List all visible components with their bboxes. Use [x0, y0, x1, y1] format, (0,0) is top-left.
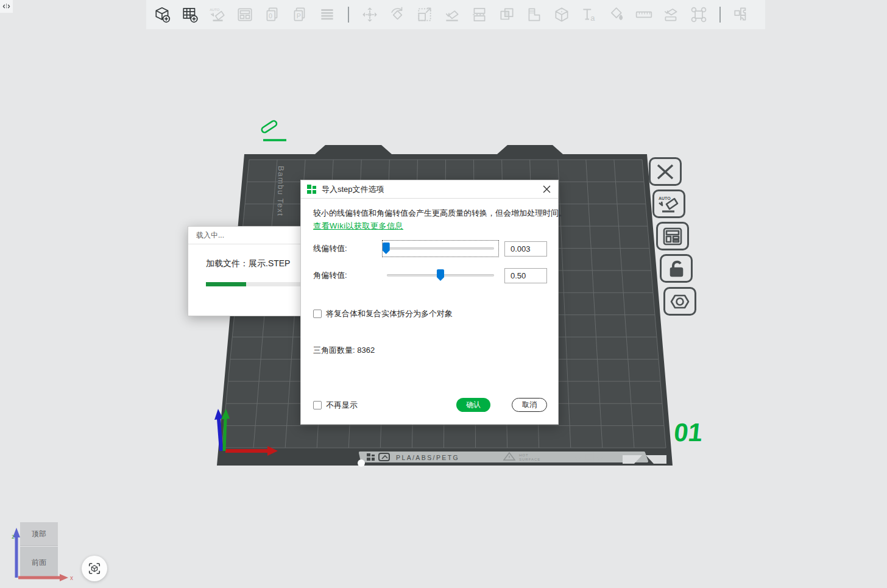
auto-orient-button: AUTO: [207, 4, 228, 25]
sidebar-collapse-toggle[interactable]: [0, 0, 13, 13]
object-list-button: [317, 4, 337, 25]
dont-show-label: 不再显示: [326, 400, 358, 411]
hot-surface-line1: HOT: [519, 453, 529, 457]
variable-layer-height-button: [524, 4, 545, 25]
add-object-button[interactable]: [152, 4, 173, 25]
axis-x-label: x: [70, 575, 73, 581]
camera-cube-icon: [88, 562, 101, 575]
dont-show-checkbox[interactable]: [313, 401, 322, 409]
cut-button: [551, 4, 572, 25]
plate-material-label: PLA/ABS/PETG: [396, 454, 459, 461]
slider-thumb[interactable]: [383, 243, 390, 254]
scale-button: [414, 4, 435, 25]
lay-on-face-button: [442, 4, 462, 25]
support-paint-button: [661, 4, 682, 25]
lock-plate-button[interactable]: [660, 254, 693, 283]
paste-button: P: [289, 4, 310, 25]
svg-text:0: 0: [269, 12, 272, 19]
wiki-link[interactable]: 查看Wiki以获取更多信息: [313, 221, 403, 232]
camera-view-button[interactable]: [82, 556, 107, 581]
close-icon[interactable]: [540, 183, 553, 196]
text-tool-button: a: [579, 4, 599, 25]
split-compound-row: 将复合体和复合实体拆分为多个对象: [313, 308, 453, 319]
svg-text:P: P: [297, 12, 301, 19]
app-logo-icon: [307, 185, 317, 194]
main-toolbar: AUTO0Pa: [146, 0, 765, 29]
application-window: AUTO0Pa Bambu Text PLA/ABS/PETG HOT SURF…: [0, 0, 887, 588]
plate-brand-label: Bambu Text: [276, 166, 286, 217]
assembly-button: [731, 4, 752, 25]
dont-show-row: 不再显示: [313, 400, 358, 411]
confirm-button[interactable]: 确认: [456, 398, 490, 412]
collapse-panel-icon: [2, 2, 10, 10]
color-paint-button: [606, 4, 627, 25]
loading-progress-fill: [206, 282, 246, 286]
dialog-titlebar[interactable]: 导入step文件选项: [301, 180, 558, 199]
dialog-title: 导入step文件选项: [322, 184, 540, 195]
plate-number-label[interactable]: 01: [673, 418, 704, 447]
split-compound-checkbox[interactable]: [313, 310, 322, 318]
add-plate-button[interactable]: [180, 4, 200, 25]
delete-plate-button[interactable]: [649, 157, 682, 186]
nav-face-front[interactable]: 前面: [20, 547, 58, 579]
measure-button: [634, 4, 654, 25]
svg-text:a: a: [590, 13, 595, 23]
angular-deflection-label: 角偏转值:: [313, 270, 347, 281]
angular-deflection-input[interactable]: 0.50: [504, 268, 547, 283]
axis-z-label: z: [12, 533, 15, 540]
angular-deflection-slider[interactable]: [383, 267, 498, 283]
toolbar-separator: [348, 7, 349, 23]
plate-corner-dot: [358, 459, 365, 467]
svg-text:AUTO: AUTO: [210, 8, 220, 12]
rotate-button: [387, 4, 408, 25]
import-step-dialog: 导入step文件选项 较小的线偏转值和角偏转值会产生更高质量的转换，但会增加处理…: [300, 180, 559, 425]
copy-button: 0: [262, 4, 283, 25]
linear-deflection-slider[interactable]: [383, 241, 498, 257]
cancel-button[interactable]: 取消: [512, 398, 547, 412]
plate-settings-button[interactable]: [663, 287, 696, 316]
split-to-parts-button: [497, 4, 517, 25]
edit-plate-name-icon[interactable]: [261, 120, 286, 140]
hot-surface-line2: SURFACE: [519, 458, 540, 461]
slider-track[interactable]: [387, 247, 494, 250]
svg-text:AUTO: AUTO: [659, 196, 671, 200]
loading-message: 加载文件：展示.STEP: [206, 258, 290, 269]
linear-deflection-input[interactable]: 0.003: [504, 241, 547, 257]
nav-face-top-label: 顶部: [32, 529, 46, 539]
split-compound-label: 将复合体和复合实体拆分为多个对象: [326, 308, 453, 319]
triangle-count: 三角面数量: 8362: [313, 345, 375, 356]
linear-deflection-label: 线偏转值:: [313, 243, 347, 254]
dialog-description: 较小的线偏转值和角偏转值会产生更高质量的转换，但会增加处理时间。: [313, 208, 548, 219]
split-to-objects-button: [469, 4, 490, 25]
move-button: [359, 4, 380, 25]
slider-thumb[interactable]: [437, 269, 444, 281]
auto-orient-plate-button[interactable]: AUTO: [652, 190, 685, 218]
arrange-plate-button[interactable]: [656, 222, 689, 250]
arrange-button: [235, 4, 255, 25]
toolbar-separator: [719, 7, 721, 23]
seam-paint-button: [688, 4, 709, 25]
nav-face-front-label: 前面: [32, 558, 46, 568]
nav-face-top[interactable]: 顶部: [20, 522, 58, 546]
